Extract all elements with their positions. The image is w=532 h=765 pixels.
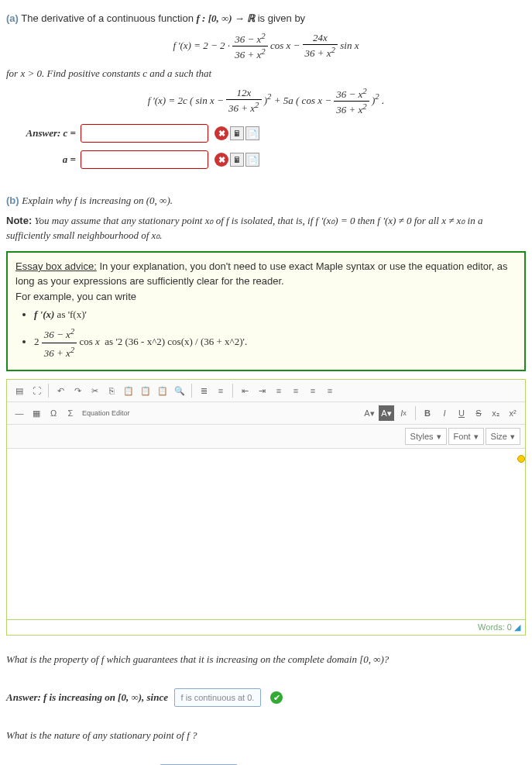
part-b-label: (b) (6, 195, 19, 206)
redo-icon[interactable]: ↷ (70, 383, 85, 398)
font-dropdown[interactable]: Font ▾ (448, 428, 484, 445)
advice-title: Essay box advice: (15, 260, 97, 272)
paste-text-icon[interactable]: 📋 (138, 383, 153, 398)
styles-dropdown[interactable]: Styles ▾ (405, 428, 447, 445)
q1-answer-row: Answer: f is increasing on [0, ∞), since… (6, 688, 526, 708)
strike-icon[interactable]: S (471, 405, 486, 421)
size-dropdown[interactable]: Size ▾ (486, 428, 520, 445)
source-icon[interactable]: ▤ (12, 383, 27, 398)
underline-icon[interactable]: U (454, 405, 469, 421)
q2-text: What is the nature of any stationary poi… (6, 728, 526, 743)
answer-a-label: a = (6, 153, 76, 166)
maximize-icon[interactable]: ⛶ (29, 383, 44, 398)
superscript-icon[interactable]: x² (505, 405, 520, 421)
omega-icon[interactable]: Ω (46, 405, 61, 421)
equation-editor-button[interactable]: Equation Editor (80, 405, 132, 421)
ordered-list-icon[interactable]: ≣ (196, 383, 211, 398)
part-a-after1: for x > 0. Find positive constants c and… (6, 66, 526, 81)
part-a-intro: (a) The derivative of a continuous funct… (6, 11, 526, 26)
subscript-icon[interactable]: x₂ (488, 405, 503, 421)
clear-format-icon[interactable]: Ix (396, 405, 411, 421)
table-icon[interactable]: ▦ (29, 405, 44, 421)
preview-icon[interactable]: 🖩 (230, 126, 244, 140)
preview-icon[interactable]: 🖩 (230, 153, 244, 167)
align-left-icon[interactable]: ≡ (271, 383, 287, 398)
check-icon: ✔ (270, 691, 283, 704)
advice-bullet: f '(x) as 'f(x)' (34, 307, 517, 322)
find-icon[interactable]: 🔍 (172, 383, 187, 398)
equation-fprime-given: f '(x) = 2 − 2 · 36 − x236 + x2 cos x − … (6, 31, 526, 62)
clear-icon[interactable]: ✖ (215, 153, 228, 167)
hr-icon[interactable]: — (12, 405, 27, 421)
bg-color-icon[interactable]: A▾ (379, 405, 394, 421)
q1-answer-lead: Answer: f is increasing on [0, ∞), since (6, 691, 168, 703)
part-a-label: (a) (6, 12, 19, 24)
text-color-icon[interactable]: A▾ (362, 405, 377, 421)
essay-editor: ▤ ⛶ ↶ ↷ ✂ ⎘ 📋 📋 📋 🔍 ≣ ≡ ⇤ ⇥ ≡ ≡ ≡ ≡ — ▦ … (6, 379, 526, 636)
collapse-handle-icon[interactable] (517, 455, 525, 463)
sigma-icon[interactable]: Σ (63, 405, 78, 421)
indent-icon[interactable]: ⇥ (254, 383, 269, 398)
answer-c-label: Answer: c = (6, 127, 76, 140)
answer-a-input[interactable] (81, 150, 208, 169)
editor-toolbar-2: — ▦ Ω Σ Equation Editor A▾ A▾ Ix B I U S… (7, 402, 525, 425)
copy-icon[interactable]: ⎘ (104, 383, 119, 398)
bold-icon[interactable]: B (420, 405, 435, 421)
paste-icon[interactable]: 📋 (121, 383, 136, 398)
clear-icon[interactable]: ✖ (215, 126, 228, 140)
align-right-icon[interactable]: ≡ (305, 383, 321, 398)
unordered-list-icon[interactable]: ≡ (213, 383, 228, 398)
part-b-text: (b) Explain why f is increasing on (0, ∞… (6, 193, 526, 208)
q1-text: What is the property of f which guarante… (6, 652, 526, 667)
part-b-note: Note: You may assume that any stationary… (6, 213, 526, 243)
help-icon[interactable]: 📄 (245, 153, 259, 167)
editor-toolbar-1: ▤ ⛶ ↶ ↷ ✂ ⎘ 📋 📋 📋 🔍 ≣ ≡ ⇤ ⇥ ≡ ≡ ≡ ≡ (7, 380, 525, 402)
paste-word-icon[interactable]: 📋 (155, 383, 170, 398)
cut-icon[interactable]: ✂ (87, 383, 102, 398)
align-justify-icon[interactable]: ≡ (322, 383, 338, 398)
equation-fprime-target: f '(x) = 2c ( sin x − 12x36 + x2 )2 + 5a… (6, 86, 526, 117)
word-count: Words: 0 ◢ (7, 619, 525, 635)
undo-icon[interactable]: ↶ (53, 383, 68, 398)
help-icon[interactable]: 📄 (245, 126, 259, 140)
editor-content-area[interactable] (7, 449, 525, 619)
editor-toolbar-3: Styles ▾ Font ▾ Size ▾ (7, 425, 525, 449)
essay-advice-box: Essay box advice: In your explanation, y… (6, 251, 526, 372)
outdent-icon[interactable]: ⇤ (237, 383, 252, 398)
advice-bullet: 2 36 − x236 + x2 cos x as '2 (36 - x^2) … (34, 325, 517, 361)
q1-answer-select[interactable]: f is continuous at 0. (174, 688, 262, 708)
italic-icon[interactable]: I (437, 405, 452, 421)
align-center-icon[interactable]: ≡ (288, 383, 304, 398)
answer-c-input[interactable] (81, 124, 208, 143)
